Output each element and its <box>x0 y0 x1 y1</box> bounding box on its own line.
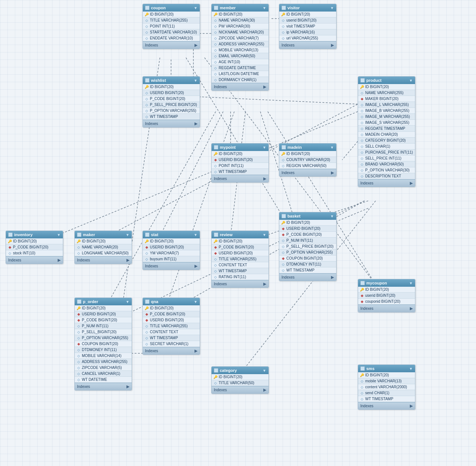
field-row[interactable]: ◇stock INT(10) <box>6 250 63 256</box>
table-header-mypoint[interactable]: mypoint▼ <box>212 144 268 151</box>
table-header-visitor[interactable]: visitor▼ <box>279 4 336 12</box>
field-row[interactable]: ◇P_OPTION VARCHAR(255) <box>75 335 132 341</box>
table-collapse-arrow[interactable]: ▼ <box>126 300 129 304</box>
field-row[interactable]: ◇CANCEL VARCHAR(1) <box>75 371 132 377</box>
indexes-arrow[interactable]: ▶ <box>410 404 413 408</box>
field-row[interactable]: ◇WT DATETIME <box>75 377 132 383</box>
table-footer-stat[interactable]: Indexes▶ <box>143 262 200 270</box>
table-footer-visitor[interactable]: Indexes▶ <box>279 41 336 49</box>
field-row[interactable]: 🔑ID BIGINT(20) <box>212 12 268 17</box>
table-footer-qna[interactable]: Indexes▶ <box>143 347 200 354</box>
indexes-arrow[interactable]: ▶ <box>194 121 197 126</box>
table-collapse-arrow[interactable]: ▼ <box>409 367 413 371</box>
table-collapse-arrow[interactable]: ▼ <box>263 369 266 373</box>
field-row[interactable]: ◇P_SELL_PRICE BIGINT(20) <box>143 102 200 108</box>
table-header-wishlist[interactable]: wishlist▼ <box>143 77 200 84</box>
field-row[interactable]: ◆MAKER BIGINT(20) <box>358 96 415 102</box>
field-row[interactable]: ◇NAME VARCHAR(255) <box>358 90 415 96</box>
table-collapse-arrow[interactable]: ▼ <box>126 233 129 237</box>
field-row[interactable]: 🔑ID BIGINT(20) <box>279 12 336 17</box>
table-footer-maker[interactable]: Indexes▶ <box>75 256 132 264</box>
field-row[interactable]: ◇MOBILE VARCHAR(14) <box>75 353 132 359</box>
field-row[interactable]: ◆P_CODE BIGINT(20) <box>279 232 336 238</box>
table-header-member[interactable]: member▼ <box>212 4 268 12</box>
field-row[interactable]: ◆P_CODE BIGINT(20) <box>6 244 63 250</box>
field-row[interactable]: ◇AGE INT(10) <box>212 59 268 65</box>
field-row[interactable]: ◇COUNTRY VARCHAR(20) <box>279 157 336 163</box>
indexes-arrow[interactable]: ▶ <box>58 258 61 263</box>
field-row[interactable]: ◇P_CODE BIGINT(20) <box>143 96 200 102</box>
field-row[interactable]: ◇REGDATE DATETIME <box>212 65 268 71</box>
indexes-arrow[interactable]: ▶ <box>410 306 413 311</box>
field-row[interactable]: ◇ADDRESS VARCHAR(255) <box>212 41 268 47</box>
field-row[interactable]: ◇NAME VARCHAR(30) <box>212 17 268 23</box>
field-row[interactable]: ◆USERID BIGINT(20) <box>75 311 132 317</box>
field-row[interactable]: ◇USERID BIGINT(20) <box>143 90 200 96</box>
field-row[interactable]: 🔑ID BIGINT(20) <box>358 287 415 293</box>
field-row[interactable]: ◇P_OPTION VARCHAR(30) <box>358 167 415 173</box>
field-row[interactable]: ◇DTDMONEY INT(11) <box>75 347 132 353</box>
table-collapse-arrow[interactable]: ▼ <box>194 6 197 10</box>
field-row[interactable]: ◇TITLE VARCHAR(255) <box>212 256 268 262</box>
field-row[interactable]: ◇REGDATE TIMESTAMP <box>358 126 415 132</box>
field-row[interactable]: ◇P_SELL_BIGINT(20) <box>75 329 132 335</box>
table-footer-inventory[interactable]: Indexes▶ <box>6 256 63 264</box>
field-row[interactable]: ◇DTDMONEY INT(11) <box>279 261 336 267</box>
field-row[interactable]: 🔑ID BIGINT(20) <box>143 238 200 244</box>
table-header-sms[interactable]: sms▼ <box>358 365 415 372</box>
field-row[interactable]: ◇POINT INT(11) <box>143 23 200 29</box>
field-row[interactable]: ◇LONGNAME VARCHAR(50) <box>75 250 132 256</box>
table-collapse-arrow[interactable]: ▼ <box>263 145 266 150</box>
field-row[interactable]: ◆USERID BIGINT(20) <box>279 226 336 232</box>
table-header-inventory[interactable]: inventory▼ <box>6 231 63 238</box>
field-row[interactable]: 🔑ID BIGINT(20) <box>143 84 200 90</box>
table-collapse-arrow[interactable]: ▼ <box>409 281 413 285</box>
field-row[interactable]: ◆USERID BIGINT(20) <box>143 317 200 323</box>
field-row[interactable]: ◇ADDRESS VARCHAR(255) <box>75 359 132 365</box>
field-row[interactable]: ◇CONTENT TEXT <box>212 262 268 268</box>
field-row[interactable]: 🔑ID BIGINT(20) <box>212 374 268 380</box>
field-row[interactable]: ◇DORMANCY CHAR(1) <box>212 77 268 83</box>
field-row[interactable]: ◇ip VARCHAR(16) <box>279 29 336 35</box>
indexes-arrow[interactable]: ▶ <box>263 388 266 392</box>
indexes-arrow[interactable]: ▶ <box>331 43 334 48</box>
indexes-arrow[interactable]: ▶ <box>126 384 129 389</box>
field-row[interactable]: ◇LASTLOGIN DATETIME <box>212 71 268 77</box>
field-row[interactable]: 🔑ID BIGINT(20) <box>212 151 268 157</box>
field-row[interactable]: 🔑ID BIGINT(20) <box>6 238 63 244</box>
indexes-arrow[interactable]: ▶ <box>126 258 129 263</box>
field-row[interactable]: ◇P_NUM INT(11) <box>75 323 132 329</box>
field-row[interactable]: ◇NICKNAME VARCHAR(20) <box>212 29 268 35</box>
field-row[interactable]: ◇SELL_PRICE INT(11) <box>358 155 415 161</box>
field-row[interactable]: ◇IMAGE_L VARCHAR(255) <box>358 102 415 108</box>
field-row[interactable]: ◇RATING INT(11) <box>212 274 268 280</box>
table-header-p_order[interactable]: p_order▼ <box>75 298 132 305</box>
field-row[interactable]: ◇buysum INT(11) <box>143 256 200 262</box>
table-header-category[interactable]: category▼ <box>212 367 268 374</box>
field-row[interactable]: ◇TITLE VARCHAR(255) <box>143 323 200 329</box>
field-row[interactable]: 🔑ID BIGINT(20) <box>358 372 415 378</box>
field-row[interactable]: ◇STARTDATE VARCHAR(10) <box>143 29 200 35</box>
field-row[interactable]: 🔑ID BIGINT(20) <box>75 238 132 244</box>
field-row[interactable]: ◇IMAGE_S VARCHAR(255) <box>358 120 415 126</box>
field-row[interactable]: ◇visit TIMESTAMP <box>279 23 336 29</box>
field-row[interactable]: ◇EMAIL VARCHAR(50) <box>212 53 268 59</box>
table-footer-sms[interactable]: Indexes▶ <box>358 402 415 409</box>
table-collapse-arrow[interactable]: ▼ <box>330 6 334 10</box>
table-footer-p_order[interactable]: Indexes▶ <box>75 383 132 390</box>
field-row[interactable]: 🔑ID BIGINT(20) <box>212 238 268 244</box>
field-row[interactable]: 🔑ID BIGINT(20) <box>143 12 200 17</box>
table-collapse-arrow[interactable]: ▼ <box>194 233 197 237</box>
field-row[interactable]: ◇PURCHASE_PRICE INT(11) <box>358 150 415 155</box>
table-header-maker[interactable]: maker▼ <box>75 231 132 238</box>
table-header-madein[interactable]: madein▼ <box>279 144 336 151</box>
field-row[interactable]: ◇WT TIMESTAMP <box>143 114 200 120</box>
field-row[interactable]: ◇mobile VARCHAR(13) <box>358 378 415 384</box>
field-row[interactable]: ◆COUPON BIGINT(20) <box>75 341 132 347</box>
indexes-arrow[interactable]: ▶ <box>263 282 266 286</box>
field-row[interactable]: 🔑ID BIGINT(20) <box>279 151 336 157</box>
indexes-arrow[interactable]: ▶ <box>263 176 266 181</box>
field-row[interactable]: 🔑ID BIGINT(20) <box>75 305 132 311</box>
field-row[interactable]: ◆USERID BIGINT(20) <box>212 157 268 163</box>
field-row[interactable]: ◆USERID BIGINT(20) <box>143 244 200 250</box>
